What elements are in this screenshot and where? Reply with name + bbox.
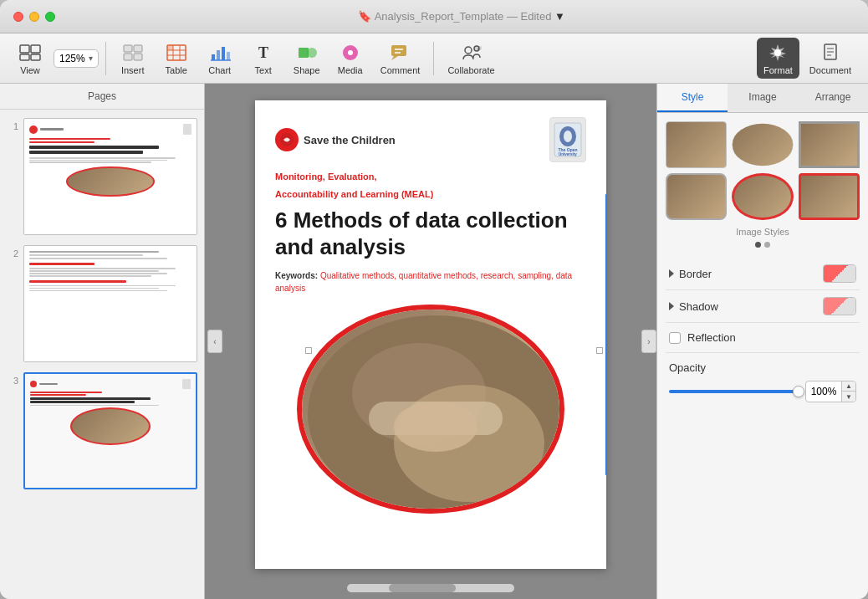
svg-rect-1 [31, 45, 40, 53]
opacity-input-box: ▲ ▼ [805, 381, 856, 402]
media-icon [337, 41, 364, 64]
img-style-2[interactable] [732, 121, 793, 168]
subtitle-line2: Accountability and Learning (MEAL) [275, 188, 586, 201]
dot-indicator [666, 242, 860, 248]
shadow-color-swatch[interactable] [823, 297, 856, 315]
document-button[interactable]: Document [803, 38, 858, 79]
scrollbar-thumb[interactable] [389, 584, 456, 592]
svg-rect-0 [20, 45, 29, 53]
shape-icon [294, 41, 320, 64]
zoom-control[interactable]: 125% ▾ [54, 49, 99, 68]
svg-point-23 [348, 50, 353, 55]
left-panel-arrow[interactable]: ‹ [207, 330, 222, 353]
right-panel: Style Image Arrange Image Styles [656, 84, 868, 599]
image-styles-grid [666, 121, 860, 220]
org-name: Save the Children [304, 134, 396, 146]
page-title: 6 Methods of data collection and analysi… [275, 207, 586, 261]
insert-button[interactable]: Insert [113, 38, 153, 79]
tab-image[interactable]: Image [728, 84, 798, 112]
page-thumb-2[interactable]: 2 [7, 245, 197, 362]
right-panel-arrow[interactable]: › [641, 330, 656, 353]
chevron-down-icon: ▾ [89, 54, 93, 63]
right-panel-tabs: Style Image Arrange [657, 84, 868, 113]
shape-button[interactable]: Shape [287, 38, 327, 79]
pages-panel: Pages 1 [0, 84, 205, 599]
shadow-expand-icon [669, 302, 674, 310]
horizontal-scrollbar[interactable] [347, 584, 514, 592]
maximize-button[interactable] [45, 12, 55, 22]
page-thumb-3[interactable]: 3 [7, 372, 197, 489]
svg-rect-15 [217, 50, 220, 60]
reflection-label: Reflection [687, 331, 736, 344]
svg-rect-16 [222, 47, 225, 60]
svg-rect-24 [391, 45, 406, 56]
svg-rect-2 [20, 54, 29, 60]
page-thumb-1[interactable]: 1 [7, 118, 197, 235]
document-page: Save the Children The Open University [255, 100, 606, 569]
reflection-checkbox[interactable] [669, 332, 681, 344]
border-label-area: Border [669, 268, 712, 280]
img-style-5[interactable] [732, 173, 793, 220]
text-button[interactable]: T Text [243, 38, 283, 79]
shadow-row[interactable]: Shadow [666, 290, 860, 323]
shape-label: Shape [294, 65, 320, 75]
media-label: Media [338, 65, 363, 75]
dot-1 [755, 242, 761, 248]
main-area: Pages 1 [0, 84, 868, 599]
separator-1 [105, 42, 106, 75]
page-img-1 [23, 118, 197, 235]
comment-button[interactable]: Comment [374, 38, 427, 79]
img-style-1[interactable] [666, 121, 727, 168]
pages-header: Pages [0, 84, 204, 110]
media-button[interactable]: Media [330, 38, 370, 79]
svg-rect-7 [134, 54, 142, 60]
svg-rect-6 [124, 54, 132, 60]
img-style-6[interactable] [799, 173, 860, 220]
table-icon [163, 41, 190, 64]
document-canvas: Save the Children The Open University [205, 84, 656, 599]
opacity-slider[interactable] [669, 390, 799, 393]
separator-2 [433, 42, 434, 75]
minimize-button[interactable] [29, 12, 39, 22]
opacity-value-input[interactable] [806, 384, 841, 399]
close-button[interactable] [13, 12, 23, 22]
reflection-row: Reflection [666, 323, 860, 353]
img-style-4[interactable] [666, 173, 727, 220]
pages-list: 1 [0, 110, 204, 599]
view-button[interactable]: View [10, 38, 50, 79]
border-color-swatch[interactable] [823, 264, 856, 283]
svg-rect-4 [124, 45, 132, 52]
keywords-values: Qualitative methods, quantitative method… [275, 271, 572, 293]
opacity-slider-thumb [793, 386, 804, 397]
chart-label: Chart [208, 65, 231, 75]
table-button[interactable]: Table [156, 38, 197, 79]
tab-arrange[interactable]: Arrange [798, 84, 868, 112]
img-style-3[interactable] [799, 121, 860, 168]
keywords-prefix: Keywords: [275, 271, 318, 280]
svg-text:University: University [559, 152, 577, 156]
format-icon [764, 41, 791, 64]
page-num-2: 2 [7, 245, 18, 259]
save-logo-icon [275, 128, 299, 151]
page-content: Save the Children The Open University [255, 100, 606, 530]
collaborate-button[interactable]: + Collaborate [441, 38, 501, 79]
page-img-3 [23, 372, 197, 489]
table-label: Table [166, 65, 187, 75]
svg-text:T: T [258, 44, 268, 61]
format-button[interactable]: Format [757, 38, 799, 79]
format-label: Format [763, 65, 793, 75]
document-icon [817, 41, 844, 64]
border-row[interactable]: Border [666, 258, 860, 290]
chart-button[interactable]: Chart [200, 38, 240, 79]
tab-style[interactable]: Style [657, 84, 728, 112]
shadow-label-area: Shadow [669, 300, 718, 313]
svg-point-48 [394, 402, 477, 452]
svg-rect-5 [134, 45, 142, 52]
toolbar: View 125% ▾ Insert [0, 33, 868, 84]
page-num-3: 3 [7, 372, 18, 386]
view-icon [17, 41, 43, 64]
page-img-2 [23, 245, 197, 362]
opacity-increment[interactable]: ▲ [842, 381, 855, 392]
keywords-line: Keywords: Qualitative methods, quantitat… [275, 269, 586, 294]
opacity-decrement[interactable]: ▼ [842, 392, 855, 402]
